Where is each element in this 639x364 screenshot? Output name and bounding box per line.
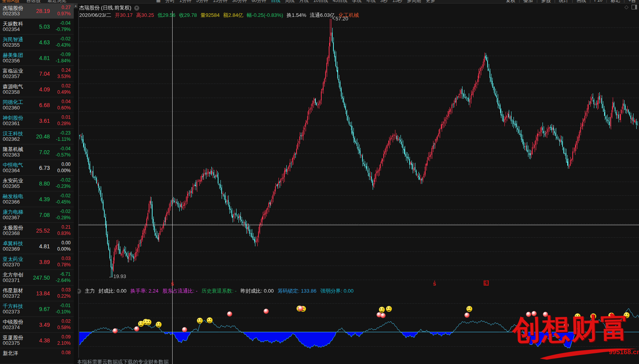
grid-icon[interactable]: ▦ xyxy=(156,0,160,4)
chevron-down-icon[interactable]: ▼ xyxy=(134,5,139,11)
ohlc-info-bar: 2020/06/23/二开30.17高30.25低29.56收29.78量925… xyxy=(79,12,359,19)
stock-price: 9.67 xyxy=(39,306,50,312)
toolbar-button[interactable]: 复权 xyxy=(506,0,515,4)
list-item[interactable]: 神剑股份0.010023613.610.28% xyxy=(0,113,74,129)
period-tab[interactable]: 45日线 xyxy=(333,0,347,4)
pearl-ball-icon xyxy=(113,328,118,333)
period-tab[interactable]: 60分钟 xyxy=(251,0,266,4)
stock-code: 002356 xyxy=(3,58,20,64)
list-item[interactable]: 融发核电-0.020023664.39-0.45% xyxy=(0,191,74,207)
pearl-ball-icon xyxy=(380,313,386,318)
watchlist-scrollbar[interactable]: ▲ xyxy=(74,3,78,364)
list-item[interactable]: 隆基机械-0.040023637.02-0.57% xyxy=(0,144,74,160)
toolbar-button[interactable]: 画线 xyxy=(577,0,586,4)
separator: | xyxy=(624,0,625,4)
ohlc-info-item: 化工机械 xyxy=(339,12,359,19)
period-tab[interactable]: 30分钟 xyxy=(232,0,247,4)
separator: | xyxy=(537,0,538,4)
list-item[interactable]: 亚厦股份0.090023754.382.10% xyxy=(0,333,74,348)
list-item[interactable]: 千方科技-0.010023739.67-0.10% xyxy=(0,301,74,317)
list-item[interactable]: 森源电气0.020023584.090.49% xyxy=(0,82,74,97)
stock-change: -0.04 xyxy=(60,146,71,151)
toolbar-button[interactable]: F10 xyxy=(594,0,603,4)
toolbar-button[interactable]: 多股 xyxy=(541,0,551,4)
indicator-field: 昨封成比: 0.00 xyxy=(240,288,274,295)
toolbar-button[interactable]: 叠加 xyxy=(524,0,533,4)
list-item[interactable]: 太极股份0.2100236825.520.83% xyxy=(0,223,74,238)
stock-code: 002364 xyxy=(3,167,20,173)
smiley-face-icon xyxy=(379,307,385,313)
pearl-ball-icon xyxy=(298,306,303,311)
period-tab[interactable]: 分时 xyxy=(165,0,175,4)
smiley-face-icon xyxy=(156,322,162,328)
stock-code: 002367 xyxy=(3,215,20,220)
stock-change-pct: 0.49% xyxy=(57,89,71,95)
chart-header: 杰瑞股份 (日线.前复权) ▼ xyxy=(79,4,139,11)
list-item[interactable]: 伟星新材0.0300237213.840.22% xyxy=(0,286,74,301)
signal-letter: S xyxy=(170,282,175,286)
list-item[interactable]: 兴民智通-0.020023554.63-0.43% xyxy=(0,35,74,50)
market-tab[interactable]: 全部A股 xyxy=(2,0,19,4)
period-tab[interactable]: 3秒 xyxy=(380,0,388,4)
stock-price: 247.50 xyxy=(33,275,50,281)
list-item[interactable]: 永安药业-0.020023658.80-0.23% xyxy=(0,176,74,191)
period-tab[interactable]: 季线 xyxy=(352,0,362,4)
stock-change: -0.02 xyxy=(60,177,71,183)
period-tab[interactable]: 多周期 xyxy=(407,0,421,4)
list-item[interactable]: 赫美集团-0.090023564.81-1.84% xyxy=(0,50,74,66)
list-item[interactable]: 北方华创-6.71002371247.50-2.64% xyxy=(0,270,74,286)
ohlc-info-item: 量92584 xyxy=(200,12,220,19)
period-tab[interactable]: 15分钟 xyxy=(213,0,228,4)
period-tab[interactable]: 月线 xyxy=(299,0,309,4)
split-pane-icon[interactable] xyxy=(632,5,637,9)
stock-change: 0.08 xyxy=(62,350,71,355)
list-item[interactable]: 亚太药业0.030023703.890.78% xyxy=(0,254,74,270)
list-item[interactable]: 卓翼科技0.000023694.810.00% xyxy=(0,238,74,254)
stock-price: 25.52 xyxy=(36,228,50,234)
pearl-ball-icon xyxy=(464,313,470,318)
period-tab[interactable]: 5分钟 xyxy=(196,0,208,4)
period-tab[interactable]: 15秒 xyxy=(392,0,402,4)
toolbar-button[interactable]: +自 xyxy=(628,0,636,4)
stock-change-pct: -1.84% xyxy=(56,58,71,64)
market-tab[interactable]: 最近浏览 xyxy=(47,0,66,4)
stock-change: -0.02 xyxy=(60,36,71,42)
toolbar-button[interactable]: 统计 xyxy=(559,0,568,4)
stock-change: 0.02 xyxy=(62,318,71,324)
stock-code: 002363 xyxy=(3,152,20,158)
stock-change: 0.09 xyxy=(62,334,71,340)
stock-code: 002369 xyxy=(3,246,20,252)
list-item[interactable]: 中恒电气0.000023646.730.00% xyxy=(0,160,74,176)
period-tab[interactable]: 更多 xyxy=(426,0,435,4)
stock-change-pct: 0.60% xyxy=(57,105,71,111)
toolbar-button[interactable]: 标记 xyxy=(611,0,620,4)
list-item[interactable]: 康力电梯-0.020023677.08-0.28% xyxy=(0,207,74,223)
period-tab[interactable]: 年线 xyxy=(366,0,376,4)
stock-change: 0.21 xyxy=(62,224,71,230)
market-tab[interactable]: 自选股 xyxy=(26,0,40,4)
diamond-icon[interactable]: ◇ xyxy=(624,4,628,10)
period-tab[interactable]: 1分钟 xyxy=(179,0,191,4)
period-tab[interactable]: 10日线 xyxy=(313,0,328,4)
list-item[interactable]: 汉王科技-0.2300236220.48-1.11% xyxy=(0,129,74,144)
list-item[interactable]: 富临运业0.240023577.043.53% xyxy=(0,66,74,82)
smiley-face-icon xyxy=(386,306,392,312)
stock-price: 4.81 xyxy=(39,55,50,61)
list-item[interactable]: 同德化工0.040023606.680.60% xyxy=(0,97,74,113)
stock-price: 28.19 xyxy=(36,8,50,14)
stock-change-pct: 0.97% xyxy=(57,11,71,16)
list-item[interactable]: 中锐股份0.020023743.490.58% xyxy=(0,317,74,333)
period-tab[interactable]: 周线 xyxy=(285,0,295,4)
indicator-field: 封成比: 0.00 xyxy=(98,288,127,295)
price-and-indicator-chart-canvas[interactable] xyxy=(0,0,639,364)
period-tab[interactable]: 日线 xyxy=(271,0,280,4)
list-item[interactable]: 杰瑞股份0.2700235328.190.97% xyxy=(0,3,74,19)
trough-price-label: ←19.93 xyxy=(108,273,126,279)
stock-code: 002374 xyxy=(3,324,20,330)
list-item[interactable]: 天娱数科-0.040023545.03-0.79% xyxy=(0,19,74,35)
scroll-up-icon[interactable]: ▲ xyxy=(74,3,78,8)
stock-code: 002366 xyxy=(3,199,20,205)
stock-price: 4.09 xyxy=(39,86,50,93)
list-item[interactable]: 新北洋0.08 xyxy=(0,348,74,364)
sell-signal-marker: ▴S xyxy=(170,280,175,286)
